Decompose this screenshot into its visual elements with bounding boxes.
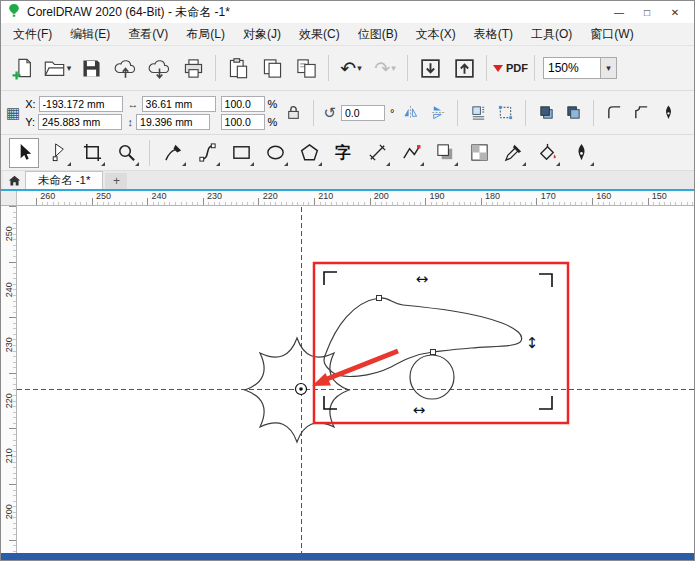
y-label: Y: [25, 116, 35, 128]
to-front-button[interactable] [535, 99, 557, 127]
pick-tool[interactable] [9, 138, 39, 168]
horizontal-ruler[interactable]: 260250240230220210200190180170160150 [17, 191, 694, 206]
text-tool[interactable]: 字 [328, 138, 358, 168]
home-tab-button[interactable] [3, 171, 25, 189]
menu-item[interactable]: 窗口(W) [581, 23, 642, 46]
color-eyedropper-tool[interactable] [498, 138, 528, 168]
outline-pen-button[interactable] [657, 99, 679, 127]
menu-item[interactable]: 工具(O) [522, 23, 581, 46]
toolbar-separator [486, 55, 487, 81]
menu-item[interactable]: 编辑(E) [61, 23, 119, 46]
undo-button[interactable]: ↶ ▾ [335, 51, 367, 85]
maximize-button[interactable]: □ [634, 3, 660, 21]
text-tool-glyph: 字 [335, 145, 351, 161]
menu-item[interactable]: 布局(L) [177, 23, 234, 46]
object-width-field[interactable] [142, 96, 216, 112]
publish-to-pdf-button[interactable]: PDF [493, 51, 528, 85]
save-button[interactable] [75, 51, 107, 85]
x-position-field[interactable] [39, 96, 123, 112]
toolbar-separator [593, 100, 594, 126]
flyout-arrow-icon [454, 162, 458, 166]
ruler-label: 160 [576, 191, 632, 201]
toolbox: 字 [1, 135, 694, 171]
paste-button[interactable] [222, 51, 254, 85]
interactive-fill-tool[interactable] [532, 138, 562, 168]
shape-tool[interactable] [43, 138, 73, 168]
degree-label: ° [390, 107, 394, 119]
zoom-tool[interactable] [111, 138, 141, 168]
ellipse-tool[interactable] [260, 138, 290, 168]
scalloped-corner-button[interactable] [630, 99, 652, 127]
menu-item[interactable]: 位图(B) [349, 23, 407, 46]
dropdown-arrow-icon: ▾ [391, 63, 396, 73]
position-grid-icon: ▦ [6, 105, 20, 120]
copy-properties-button[interactable] [290, 51, 322, 85]
menu-item[interactable]: 表格(T) [465, 23, 522, 46]
dropdown-arrow-icon: ▾ [606, 63, 611, 73]
new-document-button[interactable] [7, 51, 39, 85]
open-button[interactable]: ▾ [41, 51, 73, 85]
transparency-tool[interactable] [464, 138, 494, 168]
ruler-label: 180 [465, 191, 521, 201]
block-shadow-tool[interactable] [430, 138, 460, 168]
drawing-canvas[interactable] [17, 206, 694, 553]
flyout-arrow-icon [284, 162, 288, 166]
rotation-angle-icon: ↺ [323, 105, 336, 120]
rotation-angle-field[interactable] [341, 105, 385, 121]
minimize-button[interactable]: — [606, 3, 632, 21]
round-corner-button[interactable] [603, 99, 625, 127]
lock-ratio-button[interactable] [282, 99, 304, 127]
flyout-arrow-icon [386, 162, 390, 166]
crop-tool[interactable] [77, 138, 107, 168]
copy-button[interactable] [256, 51, 288, 85]
menu-item[interactable]: 效果(C) [290, 23, 349, 46]
flyout-arrow-icon [556, 162, 560, 166]
export-button[interactable] [448, 51, 480, 85]
to-back-button[interactable] [562, 99, 584, 127]
new-tab-button[interactable]: + [105, 173, 127, 189]
ruler-label: 150 [632, 191, 688, 201]
zoom-dropdown-button[interactable]: ▾ [601, 57, 617, 79]
width-arrow-icon: ↔ [128, 98, 139, 110]
y-position-field[interactable] [38, 114, 122, 130]
mirror-horizontal-button[interactable] [399, 99, 421, 127]
outline-pen-tool[interactable] [566, 138, 596, 168]
redo-button[interactable]: ↷ ▾ [369, 51, 401, 85]
standard-toolbar: ▾ ↶ ▾ ↷ ▾ [1, 46, 694, 91]
flyout-arrow-icon [590, 162, 594, 166]
flyout-arrow-icon [135, 162, 139, 166]
menu-item[interactable]: 对象(J) [234, 23, 290, 46]
menu-item[interactable]: 文件(F) [4, 23, 61, 46]
flyout-arrow-icon [522, 162, 526, 166]
wrap-text-button[interactable] [467, 99, 489, 127]
vertical-ruler[interactable]: 250240230220210200 [1, 206, 17, 553]
mirror-vertical-button[interactable] [426, 99, 448, 127]
print-button[interactable] [177, 51, 209, 85]
toolbar-separator [534, 55, 535, 81]
cloud-upload-button[interactable] [109, 51, 141, 85]
cloud-download-button[interactable] [143, 51, 175, 85]
treat-as-filled-button[interactable] [494, 99, 516, 127]
close-button[interactable]: ✕ [662, 3, 688, 21]
bezier-tool[interactable] [192, 138, 222, 168]
freehand-tool[interactable] [158, 138, 188, 168]
zoom-level-input[interactable] [543, 57, 601, 79]
document-tab-active[interactable]: 未命名 -1* [25, 171, 103, 189]
import-button[interactable] [414, 51, 446, 85]
polygon-tool[interactable] [294, 138, 324, 168]
menu-item[interactable]: 文本(X) [407, 23, 465, 46]
title-bar: CorelDRAW 2020 (64-Bit) - 未命名 -1* — □ ✕ [1, 1, 694, 23]
dimension-tool[interactable] [362, 138, 392, 168]
ruler-origin-button[interactable] [1, 191, 17, 206]
scale-y-field[interactable] [221, 114, 265, 130]
property-bar: ▦ X: Y: ↔ ↕ % [1, 91, 694, 135]
flyout-arrow-icon [420, 162, 424, 166]
connector-tool[interactable] [396, 138, 426, 168]
dropdown-arrow-icon: ▾ [67, 63, 72, 73]
scale-x-field[interactable] [221, 96, 265, 112]
object-height-field[interactable] [136, 114, 210, 130]
undo-icon: ↶ [340, 59, 356, 78]
rectangle-tool[interactable] [226, 138, 256, 168]
menu-item[interactable]: 查看(V) [119, 23, 177, 46]
toolbar-separator [215, 55, 216, 81]
